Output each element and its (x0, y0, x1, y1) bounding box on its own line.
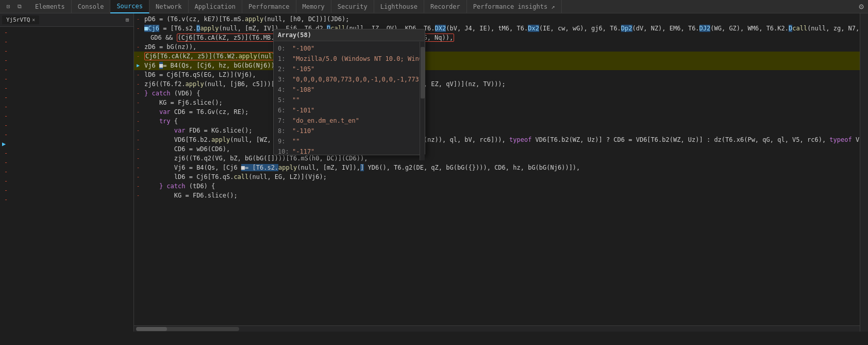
array-item-2: 2: "-105" (274, 64, 425, 74)
line-content-vj6-B4: Vj6 = B4(Qs, [Cj6 ■= [T6.s2.apply(null, … (142, 163, 860, 172)
array-index: 4: (278, 85, 290, 94)
tab-performance-insights[interactable]: Performance insights ↗ (467, 0, 562, 13)
array-item-10: 10: "-117" (274, 146, 425, 155)
pointer-icon[interactable]: ⊡ (4, 3, 12, 11)
array-index: 6: (278, 106, 290, 115)
line-content-lD6-call: lD6 = Cj6[T6.qS.call(null, EG, LZ)](Vj6)… (142, 172, 860, 182)
array-item-1: 1: "Mozilla/5.0 (Windows NT 10.0; Win64.… (274, 54, 425, 64)
tab-security[interactable]: Security (331, 0, 374, 13)
line-gutter: - (134, 191, 142, 200)
line-content-catch-tD6: } catch (tD6) { (142, 182, 860, 191)
array-index: 10: (278, 147, 290, 155)
array-popup-content: 0: "-100" 1: "Mozilla/5.0 (Windows NT 10… (274, 41, 425, 155)
array-item-6: 6: "-101" (274, 105, 425, 116)
tab-performance[interactable]: Performance (242, 0, 296, 13)
array-item-4: 4: "-108" (274, 85, 425, 95)
line-content-lD6: lD6 = Cj6[T6.qS(EG, LZ)](Vj6), (142, 70, 860, 79)
file-tab-bar: Yj5rVTQ × ⊞ (0, 13, 133, 27)
popup-scrollbar-thumb[interactable] (421, 47, 425, 98)
array-value: "do_en.dm_en.t_en" (292, 116, 359, 125)
gutter-line: - (0, 167, 133, 176)
gutter-line: - (0, 158, 133, 167)
line-gutter: - (134, 14, 142, 24)
tab-memory[interactable]: Memory (296, 0, 331, 13)
scrollbar-track (136, 327, 239, 331)
tab-lighthouse[interactable]: Lighthouse (374, 0, 424, 13)
array-index: 0: (278, 44, 290, 53)
gutter-line: - (0, 149, 133, 158)
gutter-line: - (0, 28, 133, 37)
code-block: - pD6 = (T6.v(cz, kE7)[T6.mS.apply(null,… (134, 13, 860, 201)
line-content-catch: } catch (VD6) { (142, 89, 860, 98)
line-gutter: - (134, 182, 142, 191)
line-content-VD6-long: VD6[T6.b2.apply(null, [WZ, Uz])] && dz(T… (142, 135, 860, 144)
line-gutter: - (134, 52, 142, 61)
tab-elements[interactable]: Elements (29, 0, 72, 13)
code-line: - pD6 = (T6.v(cz, kE7)[T6.mS.apply(null,… (134, 14, 860, 24)
settings-icon[interactable]: ⚙ (859, 2, 864, 11)
code-line-KG: - KG = Fj6.slice(); (134, 98, 860, 107)
left-sidebar: Yj5rVTQ × ⊞ - - - - - - - - - - (0, 13, 134, 332)
array-item-0: 0: "-100" (274, 43, 425, 54)
line-gutter: - (134, 89, 142, 98)
line-content-zD6: zD6 = bG(nz)), (142, 42, 860, 52)
gutter-line: - (0, 186, 133, 195)
line-gutter: - (134, 70, 142, 79)
line-content-KG-FD6: KG = FD6.slice(); (142, 191, 860, 200)
tab-sources[interactable]: Sources (110, 0, 149, 13)
tab-application[interactable]: Application (189, 0, 242, 13)
code-line-vj6: ▶ Vj6 ■= B4(Qs, [Cj6, hz, bG(bG(Nj6))]), (134, 61, 860, 70)
main-layout: Yj5rVTQ × ⊞ - - - - - - - - - - (0, 13, 868, 332)
bottom-scrollbar[interactable] (134, 325, 860, 332)
gutter-line: - (0, 74, 133, 84)
gutter-line: - (0, 176, 133, 186)
toolbar-icons: ⊡ ⧉ (4, 3, 24, 11)
devtools-toolbar: ⊡ ⧉ Elements Console Sources Network App… (0, 0, 868, 13)
line-gutter: - (134, 107, 142, 117)
device-icon[interactable]: ⧉ (15, 3, 24, 11)
line-content-zj6: zj6((T6.f2.apply(null, [jB6, c5]))[T6.mS… (142, 79, 860, 89)
line-gutter: - (134, 163, 142, 172)
line-content-try: try { (142, 117, 860, 126)
line-content-cj6-main: ■Cj6 = [T6.s2.Dapply(null, [mZ, IV]), Ej… (142, 24, 860, 42)
tab-console[interactable]: Console (72, 0, 111, 13)
tab-recorder[interactable]: Recorder (424, 0, 467, 13)
file-tab-name: Yj5rVTQ (6, 17, 30, 23)
scrollbar-thumb[interactable] (136, 327, 167, 331)
code-line-catch: - } catch (VD6) { (134, 89, 860, 98)
right-panel (860, 13, 868, 332)
array-index: 9: (278, 137, 290, 146)
array-index: 7: (278, 116, 290, 125)
gutter-line: - (0, 46, 133, 56)
split-icon[interactable]: ⊞ (123, 16, 131, 24)
array-value: "" (292, 95, 299, 105)
line-content-pD6: pD6 = (T6.v(cz, kE7)[T6.mS.apply(null, [… (142, 14, 860, 24)
array-value: "" (292, 137, 299, 146)
gutter-line: - (0, 84, 133, 93)
code-line-zj6-q2: - zj6((T6.q2(VG, bZ, bG(bG([])))[T6.mS(h… (134, 154, 860, 163)
code-line-zj6: - zj6((T6.f2.apply(null, [jB6, c5]))[T6.… (134, 79, 860, 89)
code-line-cj6: - ■Cj6 = [T6.s2.Dapply(null, [mZ, IV]), … (134, 24, 860, 42)
code-editor: Array(58) 0: "-100" 1: "Mozilla/5.0 (Win… (134, 13, 860, 332)
code-line-catch-tD6: - } catch (tD6) { (134, 182, 860, 191)
array-item-8: 8: "-110" (274, 126, 425, 136)
file-tab-close[interactable]: × (32, 17, 35, 23)
code-line-vj6-B4: - Vj6 = B4(Qs, [Cj6 ■= [T6.s2.apply(null… (134, 163, 860, 172)
array-item-9: 9: "" (274, 136, 425, 146)
line-content-vj6: Vj6 ■= B4(Qs, [Cj6, hz, bG(bG(Nj6))]), (142, 61, 860, 70)
tab-network[interactable]: Network (149, 0, 189, 13)
file-tab-yj5rvtq[interactable]: Yj5rVTQ × (2, 15, 39, 24)
line-gutter: - (134, 154, 142, 163)
array-index: 2: (278, 64, 290, 74)
code-content[interactable]: - pD6 = (T6.v(cz, kE7)[T6.mS.apply(null,… (134, 13, 860, 325)
code-line-lD6: - lD6 = Cj6[T6.qS(EG, LZ)](Vj6), (134, 70, 860, 79)
code-line-CD6: - var CD6 = T6.Gv(cz, RE); (134, 107, 860, 117)
gutter-line: - (0, 65, 133, 74)
line-gutter: - (134, 126, 142, 135)
gutter-area: - - - - - - - - - - - - ▶ - - - - (0, 27, 133, 332)
sidebar-content: - - - - - - - - - - - - ▶ - - - - (0, 27, 133, 332)
line-gutter: - (134, 24, 142, 33)
code-line-zD6: - zD6 = bG(nz)), (134, 42, 860, 52)
code-line-try: - try { (134, 117, 860, 126)
array-popup-header: Array(58) (274, 29, 425, 41)
